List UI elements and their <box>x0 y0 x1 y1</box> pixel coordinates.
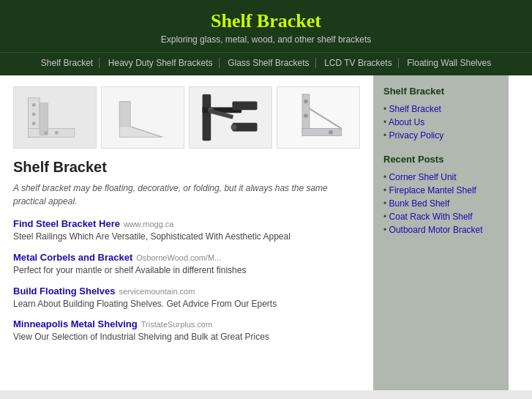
svg-rect-14 <box>203 94 211 141</box>
sidebar-link-about-us[interactable]: About Us <box>389 117 424 127</box>
sidebar-item-about-us[interactable]: About Us <box>383 116 498 129</box>
nav-heavy-duty[interactable]: Heavy Duty Shelf Brackets <box>102 58 220 68</box>
sidebar-section2-title: Recent Posts <box>383 154 498 165</box>
main-wrapper: Shelf Bracket A shelf bracket may be flo… <box>0 75 532 390</box>
sidebar-link-shelf-bracket[interactable]: Shelf Bracket <box>389 104 441 114</box>
ad-desc-2: Perfect for your mantle or shelf Availab… <box>13 264 360 277</box>
ad-item-1: Find Steel Bracket Herewww.mogg.ca Steel… <box>13 218 360 243</box>
svg-point-27 <box>329 130 333 135</box>
svg-rect-16 <box>232 102 257 111</box>
site-tagline: Exploring glass, metal, wood, and other … <box>15 34 517 45</box>
bracket-image-4 <box>277 86 360 149</box>
bracket-image-1 <box>13 86 97 149</box>
svg-point-25 <box>304 100 308 104</box>
page-description: A shelf bracket may be floating, decorat… <box>13 182 360 208</box>
sidebar-link-corner-shelf[interactable]: Corner Shelf Unit <box>389 172 457 182</box>
sidebar-link-privacy[interactable]: Privacy Policy <box>389 130 444 141</box>
page-title: Shelf Bracket <box>13 159 360 176</box>
ad-url-2: OsborneWood.com/M... <box>136 253 221 262</box>
sidebar-item-privacy[interactable]: Privacy Policy <box>383 129 498 142</box>
bracket-image-2 <box>101 86 184 149</box>
sidebar-link-outboard[interactable]: Outboard Motor Bracket <box>389 225 483 235</box>
ad-item-3: Build Floating Shelvesservicemountain.co… <box>13 286 360 310</box>
svg-point-26 <box>304 113 308 118</box>
sidebar-item-coat-rack[interactable]: Coat Rack With Shelf <box>383 210 498 223</box>
svg-marker-11 <box>119 102 130 127</box>
svg-rect-0 <box>14 87 96 148</box>
svg-rect-23 <box>302 129 342 136</box>
nav-shelf-bracket[interactable]: Shelf Bracket <box>35 58 100 68</box>
images-row <box>13 86 360 149</box>
ad-desc-4: View Our Selection of Industrial Shelvin… <box>13 331 360 343</box>
site-header: Shelf Bracket Exploring glass, metal, wo… <box>0 0 532 52</box>
svg-point-8 <box>55 131 59 135</box>
ad-link-1[interactable]: Find Steel Bracket Here <box>13 218 120 229</box>
sidebar-link-coat-rack[interactable]: Coat Rack With Shelf <box>389 212 473 222</box>
svg-rect-21 <box>277 87 359 148</box>
sidebar-link-fireplace[interactable]: Fireplace Mantel Shelf <box>389 185 476 195</box>
ad-url-3: servicemountain.com <box>119 287 195 296</box>
svg-point-5 <box>32 113 36 116</box>
ad-item-4: Minneapolis Metal ShelvingTristateSurplu… <box>13 318 360 343</box>
sidebar: Shelf Bracket Shelf Bracket About Us Pri… <box>373 75 509 390</box>
ad-url-4: TristateSurplus.com <box>141 320 212 329</box>
ad-desc-1: Steel Railings Which Are Versatile, Soph… <box>13 231 360 243</box>
sidebar-section1-list: Shelf Bracket About Us Privacy Policy <box>383 102 498 142</box>
svg-rect-3 <box>40 103 48 135</box>
svg-point-6 <box>32 122 36 125</box>
svg-rect-2 <box>28 129 74 138</box>
sidebar-section1-title: Shelf Bracket <box>383 86 498 97</box>
site-title: Shelf Bracket <box>15 10 517 32</box>
sidebar-item-corner-shelf[interactable]: Corner Shelf Unit <box>383 171 498 184</box>
ad-item-2: Metal Corbels and BracketOsborneWood.com… <box>13 252 360 277</box>
ad-link-3[interactable]: Build Floating Shelves <box>13 286 115 297</box>
sidebar-item-shelf-bracket[interactable]: Shelf Bracket <box>383 102 498 116</box>
nav-lcd-tv[interactable]: LCD TV Brackets <box>318 58 398 68</box>
ad-link-2[interactable]: Metal Corbels and Bracket <box>13 252 132 263</box>
main-nav: Shelf Bracket Heavy Duty Shelf Brackets … <box>0 52 532 75</box>
bracket-image-3 <box>189 86 272 149</box>
ad-link-4[interactable]: Minneapolis Metal Shelving <box>13 318 138 329</box>
svg-point-4 <box>32 103 36 107</box>
nav-floating-wall[interactable]: Floating Wall Shelves <box>401 58 497 68</box>
sidebar-item-bunk-bed[interactable]: Bunk Bed Shelf <box>383 197 498 210</box>
nav-glass-shelf[interactable]: Glass Shelf Brackets <box>222 58 315 68</box>
svg-point-19 <box>231 124 236 130</box>
sidebar-item-outboard[interactable]: Outboard Motor Bracket <box>383 223 498 236</box>
svg-rect-9 <box>102 87 184 148</box>
sidebar-link-bunk-bed[interactable]: Bunk Bed Shelf <box>389 198 450 209</box>
main-content: Shelf Bracket A shelf bracket may be flo… <box>0 75 373 390</box>
svg-point-7 <box>44 131 48 135</box>
sidebar-item-fireplace[interactable]: Fireplace Mantel Shelf <box>383 184 498 197</box>
ad-url-1: www.mogg.ca <box>124 220 173 228</box>
sidebar-section2-list: Corner Shelf Unit Fireplace Mantel Shelf… <box>383 171 498 236</box>
ad-desc-3: Learn About Building Floating Shelves. G… <box>13 298 360 310</box>
